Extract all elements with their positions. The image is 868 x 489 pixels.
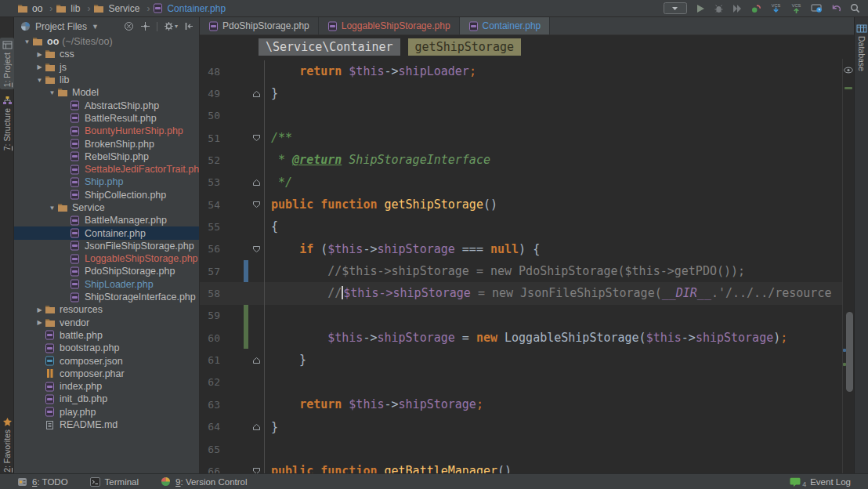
tree-item-brokenship-php[interactable]: BrokenShip.php — [14, 137, 199, 150]
chevron-down-icon[interactable]: ▼ — [92, 23, 99, 31]
fold-end-icon[interactable] — [248, 423, 264, 431]
expand-arrow-icon[interactable]: ▼ — [34, 77, 45, 84]
tree-item-shiploader-php[interactable]: ShipLoader.php — [14, 278, 199, 291]
expand-arrow-icon[interactable]: ▼ — [47, 89, 57, 96]
tree-item-pdoshipstorage-php[interactable]: PdoShipStorage.php — [14, 265, 199, 277]
vcs-update-icon[interactable]: VCS — [770, 2, 782, 14]
attach-to-process-icon[interactable] — [751, 4, 761, 13]
settings-icon[interactable]: ▾ — [164, 21, 178, 31]
code-editor[interactable]: 48 return $this->shipLoader;49}5051/**52… — [200, 59, 854, 473]
tree-item-readme-md[interactable]: README.md — [14, 418, 199, 431]
tree-item-rebelship-php[interactable]: RebelShip.php — [14, 150, 199, 163]
toolwindow-button-todo[interactable]: 6: TODO — [17, 477, 68, 487]
tree-item-abstractship-php[interactable]: AbstractShip.php — [14, 99, 199, 111]
tree-item-composer-json[interactable]: composer.json — [14, 354, 199, 367]
breadcrumb-item-service[interactable]: Service› — [93, 3, 150, 14]
code-text[interactable]: } — [264, 82, 842, 104]
project-scope-icon[interactable] — [20, 21, 31, 31]
code-text[interactable] — [264, 438, 842, 460]
breadcrumb-item-lib[interactable]: lib› — [56, 3, 90, 14]
code-text[interactable]: $this->shipStorage = new LoggableShipSto… — [264, 327, 842, 349]
editor-tab-loggableshipstorage-php[interactable]: LoggableShipStorage.php — [319, 17, 460, 34]
diff-viewer-icon[interactable] — [811, 3, 823, 13]
tree-item-resources[interactable]: ▶resources — [14, 303, 199, 316]
toolwindow-button-terminal[interactable]: Terminal — [90, 477, 139, 487]
stripe-change-mark[interactable] — [844, 87, 852, 89]
search-everywhere-icon[interactable] — [850, 3, 860, 13]
code-text[interactable] — [264, 305, 842, 327]
code-text[interactable]: public function getBattleManager() — [264, 460, 842, 473]
event-log-button[interactable]: 4 Event Log — [790, 476, 868, 488]
tree-item-model[interactable]: ▼Model — [14, 86, 199, 99]
project-view-selector[interactable]: Project Files — [35, 21, 87, 32]
editor-tab-container-php[interactable]: Container.php — [460, 17, 551, 34]
code-text[interactable]: //$this->shipStorage = new PdoShipStorag… — [264, 260, 842, 282]
debug-icon[interactable] — [714, 4, 724, 13]
tree-item-play-php[interactable]: play.php — [14, 406, 199, 418]
tree-item-bootstrap-php[interactable]: bootstrap.php — [14, 342, 199, 354]
tree-item-css[interactable]: ▶css — [14, 48, 199, 60]
toolwindow-tab-favorites[interactable]: 2: Favorites — [0, 417, 14, 473]
breadcrumb-pill--service-container[interactable]: \Service\Container — [259, 38, 400, 56]
fold-start-icon[interactable] — [248, 467, 264, 473]
tree-item-loggableshipstorage-php[interactable]: LoggableShipStorage.php — [14, 252, 199, 265]
fold-start-icon[interactable] — [248, 201, 264, 208]
expand-arrow-icon[interactable]: ▶ — [34, 51, 45, 58]
toolwindow-tab-database[interactable]: Database — [855, 24, 868, 71]
code-text[interactable] — [264, 105, 842, 127]
tree-item-oo[interactable]: ▼oo(~/Sites/oo) — [14, 35, 199, 48]
tree-item-settablejedifactortrait-php[interactable]: SettableJediFactorTrait.php — [14, 163, 199, 176]
code-text[interactable]: * @return ShipStorageInterface — [264, 149, 842, 171]
fold-end-icon[interactable] — [248, 179, 264, 187]
locate-icon[interactable] — [124, 21, 134, 31]
tree-item-init_db-php[interactable]: init_db.php — [14, 393, 199, 405]
tree-item-ship-php[interactable]: Ship.php — [14, 176, 199, 188]
undo-icon[interactable] — [831, 4, 841, 13]
code-text[interactable]: if ($this->shipStorage === null) { — [264, 238, 842, 260]
editor-scrollbar-stripe[interactable] — [842, 59, 854, 473]
tree-item-composer-phar[interactable]: composer.phar — [14, 368, 199, 380]
inspections-eye-icon[interactable] — [844, 63, 853, 77]
run-config-dropdown-icon[interactable] — [664, 2, 687, 14]
code-text[interactable]: return $this->shipStorage; — [264, 393, 842, 415]
stripe-change-mark[interactable] — [843, 363, 846, 366]
toolwindow-tab-project[interactable]: 1: Project — [0, 38, 14, 89]
breadcrumb-item-oo[interactable]: oo› — [17, 3, 52, 14]
scroll-from-source-icon[interactable] — [140, 21, 150, 31]
expand-arrow-icon[interactable]: ▶ — [34, 319, 45, 326]
code-text[interactable]: //$this->shipStorage = new JsonFileShipS… — [264, 282, 842, 304]
tree-item-battlemanager-php[interactable]: BattleManager.php — [14, 214, 199, 226]
tree-item-battle-php[interactable]: battle.php — [14, 329, 199, 342]
breadcrumb-pill-getshipstorage[interactable]: getShipStorage — [408, 38, 521, 56]
code-text[interactable]: public function getShipStorage() — [264, 194, 842, 216]
fold-start-icon[interactable] — [248, 245, 264, 253]
fold-start-icon[interactable] — [248, 134, 264, 142]
expand-arrow-icon[interactable]: ▼ — [47, 205, 57, 212]
fold-end-icon[interactable] — [248, 90, 264, 98]
breadcrumb-item-container-php[interactable]: Container.php — [153, 3, 226, 14]
tree-item-jsonfileshipstorage-php[interactable]: JsonFileShipStorage.php — [14, 240, 199, 252]
scrollbar-thumb[interactable] — [846, 312, 853, 392]
expand-arrow-icon[interactable]: ▼ — [22, 38, 32, 45]
vcs-commit-icon[interactable]: VCS — [790, 2, 802, 14]
hide-panel-icon[interactable] — [184, 21, 194, 31]
fold-end-icon[interactable] — [248, 357, 264, 364]
code-text[interactable] — [264, 371, 842, 393]
tree-item-js[interactable]: ▶js — [14, 61, 199, 74]
tree-item-battleresult-php[interactable]: BattleResult.php — [14, 112, 199, 125]
tree-item-container-php[interactable]: Container.php — [14, 226, 199, 239]
tree-item-shipstorageinterface-php[interactable]: ShipStorageInterface.php — [14, 291, 199, 303]
tree-item-service[interactable]: ▼Service — [14, 201, 199, 214]
toolwindow-button-version-control[interactable]: 9: Version Control — [161, 476, 247, 487]
code-text[interactable]: /** — [264, 127, 842, 149]
tree-item-lib[interactable]: ▼lib — [14, 74, 199, 86]
run-icon[interactable] — [696, 4, 705, 13]
toolwindow-tab-structure[interactable]: 7: Structure — [0, 96, 14, 150]
tree-item-vendor[interactable]: ▶vendor — [14, 317, 199, 329]
stripe-change-mark[interactable] — [843, 349, 846, 352]
code-text[interactable]: } — [264, 349, 842, 371]
expand-arrow-icon[interactable]: ▶ — [34, 63, 45, 71]
tree-item-bountyhuntership-php[interactable]: BountyHunterShip.php — [14, 125, 199, 137]
code-text[interactable]: */ — [264, 172, 842, 194]
tree-item-index-php[interactable]: index.php — [14, 380, 199, 393]
